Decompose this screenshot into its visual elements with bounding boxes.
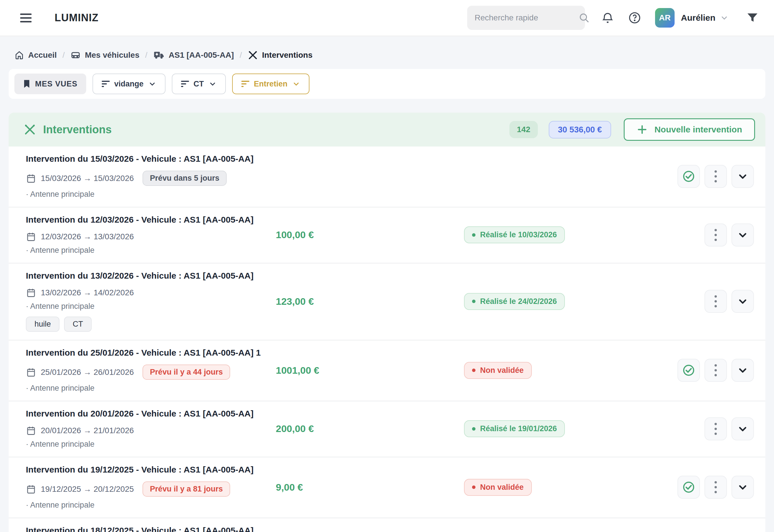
expand-row-button[interactable] xyxy=(731,359,754,382)
amount-label: 1001,00 € xyxy=(276,365,464,376)
saved-views-button[interactable]: MES VUES xyxy=(14,74,86,94)
validate-button[interactable] xyxy=(677,359,700,382)
tools-icon xyxy=(24,123,36,136)
calendar-icon xyxy=(26,288,36,298)
intervention-title: Intervention du 25/01/2026 - Vehicule : … xyxy=(26,348,276,358)
status-badge: Réalisé le 19/01/2026 xyxy=(464,420,565,437)
user-name: Aurélien xyxy=(681,13,715,23)
panel-header: Interventions 142 30 536,00 € Nouvelle i… xyxy=(9,113,765,147)
user-menu-chevron-down-icon[interactable] xyxy=(720,14,729,22)
more-actions-button[interactable] xyxy=(704,165,727,188)
filter-lines-icon xyxy=(181,81,189,87)
chevron-down-icon xyxy=(737,481,748,493)
bell-icon xyxy=(601,11,614,24)
intervention-row: Intervention du 19/12/2025 - Vehicule : … xyxy=(9,457,765,518)
expand-row-button[interactable] xyxy=(731,417,754,440)
chevron-down-icon xyxy=(737,423,748,435)
intervention-title: Intervention du 20/01/2026 - Vehicule : … xyxy=(26,409,276,419)
more-actions-button[interactable] xyxy=(704,290,727,313)
validate-button[interactable] xyxy=(677,476,700,499)
filter-chip-ct[interactable]: CT xyxy=(172,74,226,94)
amount-label: 100,00 € xyxy=(276,229,464,240)
filter-lines-icon xyxy=(241,81,249,87)
chevron-down-icon xyxy=(737,365,748,376)
filter-chip-vidange[interactable]: vidange xyxy=(93,74,165,94)
more-actions-button[interactable] xyxy=(704,359,727,382)
status-dot-icon xyxy=(472,485,475,489)
tag: CT xyxy=(64,317,92,332)
intervention-title: Intervention du 12/03/2026 - Vehicule : … xyxy=(26,215,276,225)
status-dot-icon xyxy=(472,427,475,431)
avatar[interactable]: AR xyxy=(655,8,675,28)
notifications-button[interactable] xyxy=(601,11,614,24)
antenne-label: · Antenne principale xyxy=(26,302,276,311)
page-title: Interventions xyxy=(43,124,112,136)
expand-row-button[interactable] xyxy=(731,165,754,188)
topbar: LUMINIZ AR Aurélien xyxy=(0,0,774,36)
antenne-label: · Antenne principale xyxy=(26,384,276,393)
expand-row-button[interactable] xyxy=(731,290,754,313)
kebab-icon xyxy=(715,481,717,493)
intervention-row: Intervention du 12/03/2026 - Vehicule : … xyxy=(9,207,765,263)
breadcrumb: Accueil / Mes véhicules / AS1 [AA-005-AA… xyxy=(0,36,774,69)
chevron-down-icon xyxy=(737,171,748,182)
planned-badge: Prévu dans 5 jours xyxy=(143,171,227,186)
tag: huile xyxy=(26,317,59,332)
expand-row-button[interactable] xyxy=(731,476,754,499)
status-dot-icon xyxy=(472,369,475,372)
antenne-label: · Antenne principale xyxy=(26,190,276,199)
breadcrumb-mes-vehicules[interactable]: Mes véhicules xyxy=(70,50,139,60)
date-range: 15/03/2026 → 15/03/2026 xyxy=(41,174,134,183)
kebab-icon xyxy=(715,170,717,182)
chevron-down-icon xyxy=(737,296,748,307)
filter-button[interactable] xyxy=(746,11,759,24)
intervention-row: Intervention du 18/12/2025 - Vehicule : … xyxy=(9,518,765,532)
date-range: 12/03/2026 → 13/03/2026 xyxy=(41,232,134,241)
antenne-label: · Antenne principale xyxy=(26,501,276,510)
calendar-icon xyxy=(26,367,36,377)
help-button[interactable] xyxy=(628,11,641,24)
check-circle-icon xyxy=(682,364,695,377)
panel-title: Interventions xyxy=(24,123,112,136)
date-range: 25/01/2026 → 26/01/2026 xyxy=(41,368,134,377)
expand-row-button[interactable] xyxy=(731,223,754,246)
more-actions-button[interactable] xyxy=(704,476,727,499)
interventions-panel: Interventions 142 30 536,00 € Nouvelle i… xyxy=(9,113,765,532)
filter-chip-entretien[interactable]: Entretien xyxy=(232,74,309,94)
bookmark-icon xyxy=(23,80,30,88)
tag-list: huileCT xyxy=(26,317,276,332)
search-icon xyxy=(578,12,590,24)
date-range: 20/01/2026 → 21/01/2026 xyxy=(41,426,134,435)
intervention-row: Intervention du 20/01/2026 - Vehicule : … xyxy=(9,401,765,457)
intervention-title: Intervention du 19/12/2025 - Vehicule : … xyxy=(26,465,276,475)
status-badge: Non validée xyxy=(464,362,532,379)
status-badge: Non validée xyxy=(464,479,532,496)
search-box[interactable] xyxy=(467,6,585,30)
more-actions-button[interactable] xyxy=(704,417,727,440)
tools-icon xyxy=(248,50,258,60)
date-range: 13/02/2026 → 14/02/2026 xyxy=(41,288,134,297)
calendar-icon xyxy=(26,484,36,494)
more-actions-button[interactable] xyxy=(704,223,727,246)
intervention-title: Intervention du 15/03/2026 - Vehicule : … xyxy=(26,154,276,164)
validate-button[interactable] xyxy=(677,165,700,188)
kebab-icon xyxy=(715,423,717,435)
breadcrumb-vehicle[interactable]: AS1 [AA-005-AA] xyxy=(153,49,234,61)
menu-icon[interactable] xyxy=(20,14,32,22)
breadcrumb-interventions[interactable]: Interventions xyxy=(248,50,313,60)
funnel-icon xyxy=(746,11,759,24)
calendar-icon xyxy=(26,232,36,242)
chevron-down-icon xyxy=(737,229,748,241)
search-input[interactable] xyxy=(475,13,578,22)
planned-badge: Prévu il y a 44 jours xyxy=(143,365,230,380)
antenne-label: · Antenne principale xyxy=(26,246,276,255)
filter-bar: MES VUES vidange CT Entretien xyxy=(9,69,765,99)
check-circle-icon xyxy=(682,481,695,494)
new-intervention-button[interactable]: Nouvelle intervention xyxy=(624,118,755,141)
intervention-row: Intervention du 13/02/2026 - Vehicule : … xyxy=(9,263,765,340)
breadcrumb-accueil[interactable]: Accueil xyxy=(14,50,57,60)
amount-label: 123,00 € xyxy=(276,296,464,307)
car-icon xyxy=(70,50,81,60)
total-amount-badge: 30 536,00 € xyxy=(549,121,611,138)
kebab-icon xyxy=(715,295,717,307)
